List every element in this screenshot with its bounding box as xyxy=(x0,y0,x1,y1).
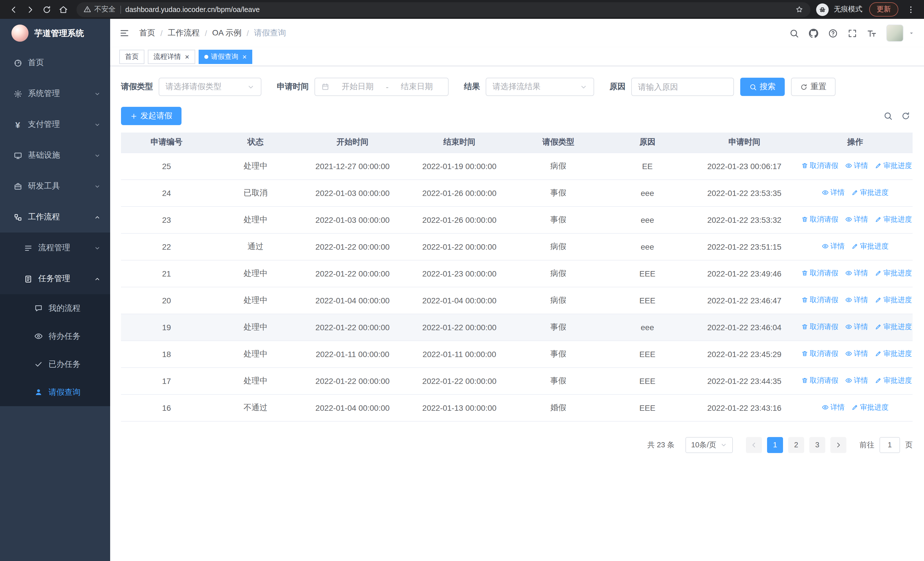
action-detail-link[interactable]: 详情 xyxy=(845,296,868,305)
action-detail-link[interactable]: 详情 xyxy=(822,242,844,252)
forward-icon[interactable] xyxy=(22,2,38,17)
action-cancel-link[interactable]: 取消请假 xyxy=(801,215,838,225)
table-row[interactable]: 18处理中2022-01-11 00:00:002022-01-11 00:00… xyxy=(121,340,913,367)
action-detail-link[interactable]: 详情 xyxy=(845,349,868,359)
help-icon[interactable] xyxy=(828,28,838,38)
breadcrumb-item[interactable]: OA 示例 xyxy=(212,28,242,38)
menu-fold-icon[interactable] xyxy=(119,28,129,38)
action-progress-link[interactable]: 审批进度 xyxy=(852,403,889,413)
tabs-bar: 首页流程详情×请假查询× xyxy=(110,47,924,66)
table-row[interactable]: 17处理中2022-01-22 00:00:002022-01-22 00:00… xyxy=(121,367,913,394)
table-row[interactable]: 23处理中2022-01-03 00:00:002022-01-26 00:00… xyxy=(121,206,913,233)
prev-page-button[interactable] xyxy=(746,437,762,453)
goto-label: 前往 xyxy=(860,439,874,450)
action-detail-link[interactable]: 详情 xyxy=(845,161,868,171)
toggle-search-icon[interactable] xyxy=(884,111,892,120)
close-icon[interactable]: × xyxy=(242,53,246,60)
sidebar-item[interactable]: 研发工具 xyxy=(0,171,110,202)
back-icon[interactable] xyxy=(6,2,21,17)
sidebar-item[interactable]: 流程管理 xyxy=(0,233,110,263)
leave-type-select[interactable]: 请选择请假类型 xyxy=(159,78,261,96)
reason-input[interactable] xyxy=(631,78,734,96)
bookmark-star-icon[interactable] xyxy=(795,5,804,14)
update-button[interactable]: 更新 xyxy=(869,2,898,17)
action-progress-link[interactable]: 审批进度 xyxy=(875,269,912,278)
action-progress-link[interactable]: 审批进度 xyxy=(875,349,912,359)
home-icon[interactable] xyxy=(56,2,71,17)
url-text[interactable]: dashboard.yudao.iocoder.cn/bpm/oa/leave xyxy=(125,5,790,14)
sidebar-item[interactable]: 任务管理 xyxy=(0,263,110,294)
address-bar[interactable]: 不安全 dashboard.yudao.iocoder.cn/bpm/oa/le… xyxy=(76,2,810,17)
action-detail-link[interactable]: 详情 xyxy=(845,322,868,332)
reload-icon[interactable] xyxy=(39,2,54,17)
action-detail-link[interactable]: 详情 xyxy=(845,376,868,386)
table-row[interactable]: 19处理中2022-01-22 00:00:002022-01-22 00:00… xyxy=(121,314,913,340)
page-button-3[interactable]: 3 xyxy=(809,437,825,453)
action-progress-link[interactable]: 审批进度 xyxy=(875,376,912,386)
page-button-2[interactable]: 2 xyxy=(788,437,804,453)
sidebar-item[interactable]: 工作流程 xyxy=(0,202,110,233)
fullscreen-icon[interactable] xyxy=(848,28,857,38)
action-cancel-link[interactable]: 取消请假 xyxy=(801,269,838,278)
close-icon[interactable]: × xyxy=(185,53,189,60)
search-icon[interactable] xyxy=(789,28,799,38)
goto-page-input[interactable] xyxy=(879,437,900,453)
table-row[interactable]: 22通过2022-01-22 00:00:002022-01-22 00:00:… xyxy=(121,233,913,260)
action-progress-link[interactable]: 审批进度 xyxy=(852,188,889,198)
breadcrumb-item[interactable]: 工作流程 xyxy=(168,28,200,38)
action-detail-link[interactable]: 详情 xyxy=(845,215,868,225)
task-icon xyxy=(23,274,33,283)
sidebar-item[interactable]: 基础设施 xyxy=(0,140,110,171)
table-row[interactable]: 21处理中2022-01-22 00:00:002022-01-23 00:00… xyxy=(121,260,913,287)
browser-menu-icon[interactable] xyxy=(903,2,918,17)
action-progress-link[interactable]: 审批进度 xyxy=(875,322,912,332)
result-select[interactable]: 请选择流结果 xyxy=(486,78,594,96)
leave-type-cell: 病假 xyxy=(513,260,604,287)
table-row[interactable]: 24已取消2022-01-03 00:00:002022-01-26 00:00… xyxy=(121,179,913,206)
action-progress-link[interactable]: 审批进度 xyxy=(875,296,912,305)
sidebar-item[interactable]: 已办任务 xyxy=(0,350,110,378)
reset-button[interactable]: 重置 xyxy=(791,78,836,96)
github-icon[interactable] xyxy=(809,28,818,38)
tab[interactable]: 首页 xyxy=(119,50,144,64)
app-logo[interactable]: 芋道管理系统 xyxy=(0,19,110,47)
table-row[interactable]: 20处理中2022-01-04 00:00:002022-01-04 00:00… xyxy=(121,287,913,314)
sidebar-item[interactable]: 首页 xyxy=(0,47,110,78)
refresh-table-icon[interactable] xyxy=(901,111,910,120)
page-button-1[interactable]: 1 xyxy=(767,437,783,453)
page-size-select[interactable]: 10条/页 xyxy=(686,437,733,453)
create-leave-button[interactable]: 发起请假 xyxy=(121,107,182,125)
tab[interactable]: 流程详情× xyxy=(148,50,195,64)
action-progress-link[interactable]: 审批进度 xyxy=(875,161,912,171)
tab[interactable]: 请假查询× xyxy=(198,50,252,64)
action-detail-link[interactable]: 详情 xyxy=(845,269,868,278)
table-row[interactable]: 25处理中2021-12-27 00:00:002022-01-19 00:00… xyxy=(121,152,913,179)
caret-down-icon[interactable] xyxy=(908,30,915,36)
action-detail-link[interactable]: 详情 xyxy=(822,403,844,413)
font-size-icon[interactable] xyxy=(867,28,877,38)
sidebar-item[interactable]: ¥支付管理 xyxy=(0,109,110,140)
action-progress-link[interactable]: 审批进度 xyxy=(875,215,912,225)
table-row[interactable]: 16不通过2022-01-04 00:00:002022-01-13 00:00… xyxy=(121,394,913,421)
apply-time-range-picker[interactable]: 开始日期 - 结束日期 xyxy=(315,78,448,96)
edit-icon xyxy=(852,189,858,197)
user-avatar[interactable] xyxy=(886,24,903,42)
sidebar-item[interactable]: 系统管理 xyxy=(0,78,110,109)
security-indicator[interactable]: 不安全 xyxy=(83,5,116,14)
sidebar-item[interactable]: 待办任务 xyxy=(0,322,110,350)
action-progress-link[interactable]: 审批进度 xyxy=(852,242,889,252)
action-detail-link[interactable]: 详情 xyxy=(822,188,844,198)
action-cancel-link[interactable]: 取消请假 xyxy=(801,349,838,359)
sidebar-item[interactable]: 我的流程 xyxy=(0,294,110,322)
action-cancel-link[interactable]: 取消请假 xyxy=(801,296,838,305)
action-cancel-link[interactable]: 取消请假 xyxy=(801,161,838,171)
column-header: 请假类型 xyxy=(513,132,604,152)
action-cancel-link[interactable]: 取消请假 xyxy=(801,322,838,332)
start-time-cell: 2022-01-22 00:00:00 xyxy=(299,314,406,340)
sidebar-item[interactable]: 请假查询 xyxy=(0,378,110,406)
action-cancel-link[interactable]: 取消请假 xyxy=(801,376,838,386)
breadcrumb-item[interactable]: 首页 xyxy=(139,28,155,38)
page-content: 请假类型 请选择请假类型 申请时间 开始日期 - 结束日期 xyxy=(110,66,924,561)
search-button[interactable]: 搜索 xyxy=(740,78,785,96)
next-page-button[interactable] xyxy=(830,437,846,453)
